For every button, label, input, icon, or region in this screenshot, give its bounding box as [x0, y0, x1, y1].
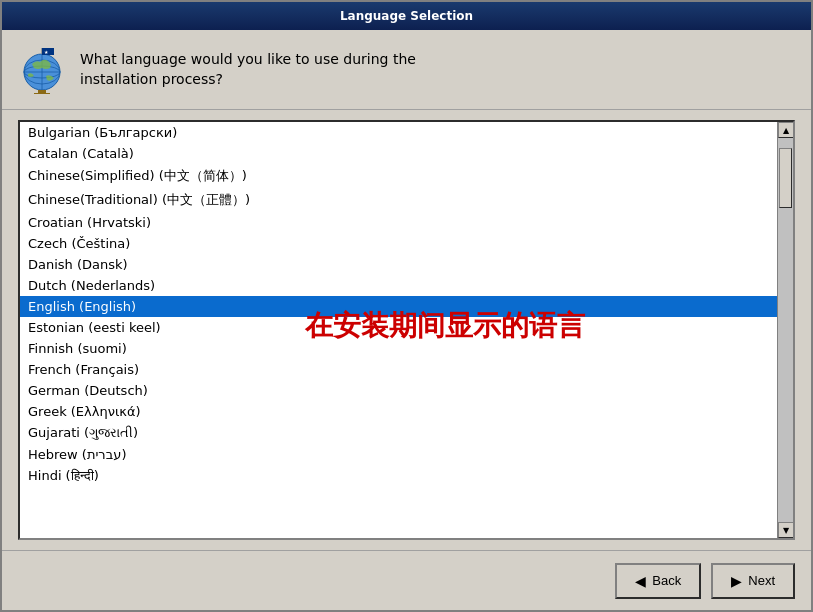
language-item-chinese-simplified[interactable]: Chinese(Simplified) (中文（简体）)	[20, 164, 777, 188]
next-button[interactable]: ▶ Next	[711, 563, 795, 599]
next-icon: ▶	[731, 573, 742, 589]
svg-rect-5	[38, 90, 46, 93]
language-item-estonian[interactable]: Estonian (eesti keel)	[20, 317, 777, 338]
language-item-french[interactable]: French (Français)	[20, 359, 777, 380]
back-label: Back	[652, 573, 681, 588]
globe-icon: ★	[18, 46, 66, 94]
language-item-danish[interactable]: Danish (Dansk)	[20, 254, 777, 275]
scroll-down-button[interactable]: ▼	[778, 522, 794, 538]
title-bar-text: Language Selection	[340, 9, 473, 23]
header-question: What language would you like to use duri…	[80, 50, 416, 89]
language-item-dutch[interactable]: Dutch (Nederlands)	[20, 275, 777, 296]
main-content: Bulgarian (Български)Catalan (Català)Chi…	[2, 110, 811, 550]
language-item-english[interactable]: English (English)	[20, 296, 777, 317]
back-button[interactable]: ◀ Back	[615, 563, 701, 599]
scrollbar[interactable]: ▲ ▼	[777, 122, 793, 538]
back-icon: ◀	[635, 573, 646, 589]
language-item-czech[interactable]: Czech (Čeština)	[20, 233, 777, 254]
scrollbar-thumb[interactable]	[779, 148, 792, 208]
title-bar: Language Selection	[2, 2, 811, 30]
language-item-bulgarian[interactable]: Bulgarian (Български)	[20, 122, 777, 143]
header-section: ★ What language would you like to use du…	[2, 30, 811, 110]
footer-section: ◀ Back ▶ Next	[2, 550, 811, 610]
main-window: Language Selection ★ What language would	[0, 0, 813, 612]
scroll-up-button[interactable]: ▲	[778, 122, 794, 138]
scrollbar-track[interactable]	[778, 138, 793, 522]
language-item-croatian[interactable]: Croatian (Hrvatski)	[20, 212, 777, 233]
language-list[interactable]: Bulgarian (Български)Catalan (Català)Chi…	[20, 122, 777, 538]
language-item-hebrew[interactable]: Hebrew (עברית)	[20, 444, 777, 465]
svg-rect-6	[34, 93, 50, 94]
language-item-catalan[interactable]: Catalan (Català)	[20, 143, 777, 164]
language-item-hindi[interactable]: Hindi (हिन्दी)	[20, 465, 777, 487]
language-item-german[interactable]: German (Deutsch)	[20, 380, 777, 401]
language-list-container: Bulgarian (Български)Catalan (Català)Chi…	[18, 120, 795, 540]
next-label: Next	[748, 573, 775, 588]
language-item-greek[interactable]: Greek (Ελληνικά)	[20, 401, 777, 422]
language-item-gujarati[interactable]: Gujarati (ગુજરાતી)	[20, 422, 777, 444]
language-item-chinese-traditional[interactable]: Chinese(Traditional) (中文（正體）)	[20, 188, 777, 212]
language-item-finnish[interactable]: Finnish (suomi)	[20, 338, 777, 359]
svg-text:★: ★	[44, 49, 49, 55]
